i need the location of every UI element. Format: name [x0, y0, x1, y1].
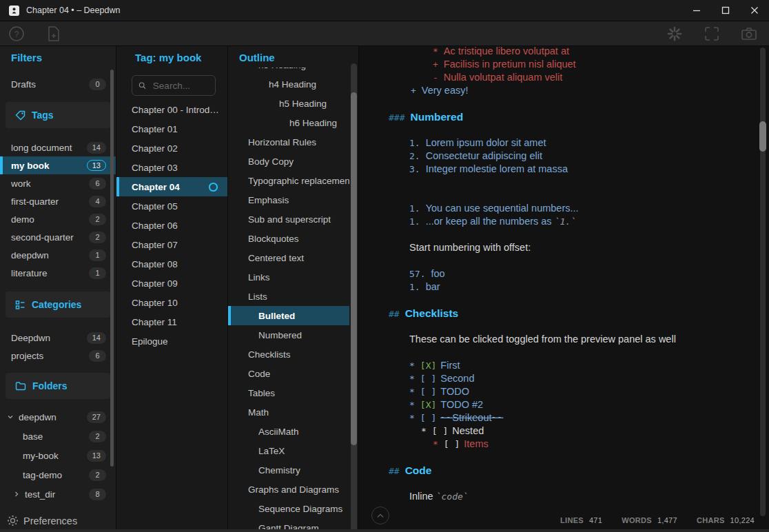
tag-item[interactable]: demo2 [0, 210, 116, 228]
section-tags[interactable]: Tags [6, 102, 110, 128]
folder-item[interactable]: test_dir8 [0, 484, 116, 504]
stat-words: WORDS1,477 [622, 516, 677, 524]
count-badge: 27 [87, 411, 106, 423]
tag-item-label: my book [11, 161, 87, 171]
focus-mode-icon[interactable] [701, 23, 722, 44]
outline-item[interactable]: Body Copy [228, 152, 349, 171]
outline-item[interactable]: Typographic replacemen [228, 171, 349, 190]
outline-item[interactable]: Blockquotes [228, 229, 349, 248]
outline-item[interactable]: Bulleted [228, 306, 349, 325]
chapter-list: Chapter 00 - Introd…Chapter 01Chapter 02… [116, 100, 228, 351]
chapter-item[interactable]: Chapter 06 [116, 216, 228, 235]
outline-item[interactable]: LaTeX [228, 441, 349, 460]
editor-line: 57.foo [359, 267, 769, 280]
outline-item[interactable]: Centered text [228, 248, 349, 267]
editor-line: *[ ]TODO [359, 385, 769, 398]
count-badge: 6 [89, 350, 106, 362]
outline-item-label: Chemistry [258, 465, 349, 475]
outline-item[interactable]: h6 Heading [228, 113, 349, 132]
editor[interactable]: *Ac tristique libero volutpat at+Facilis… [358, 46, 769, 532]
outline-item[interactable]: AsciiMath [228, 422, 349, 441]
folder-item-label: tag-demo [23, 470, 89, 480]
close-button[interactable] [740, 0, 769, 21]
category-item[interactable]: projects6 [0, 347, 116, 365]
tag-item[interactable]: my book13 [0, 156, 116, 174]
tag-item[interactable]: literature1 [0, 264, 116, 282]
outline-item[interactable]: Tables [228, 383, 349, 402]
outline-item-label: Numbered [258, 330, 349, 340]
outline-item[interactable]: Lists [228, 287, 349, 306]
chapter-item[interactable]: Chapter 10 [116, 293, 228, 312]
minimize-button[interactable] [682, 0, 711, 21]
scroll-to-top-button[interactable] [371, 507, 389, 524]
tag-item[interactable]: work6 [0, 174, 116, 192]
camera-icon[interactable] [739, 23, 759, 44]
search-input[interactable] [152, 80, 209, 92]
chapter-item[interactable]: Chapter 11 [116, 312, 228, 331]
tag-item-label: first-quarter [11, 196, 89, 207]
chevron-right-icon[interactable] [13, 491, 23, 498]
count-badge: 2 [89, 431, 106, 442]
help-icon[interactable]: ? [6, 23, 27, 44]
outline-item-label: Emphasis [248, 195, 349, 205]
chapter-item[interactable]: Chapter 02 [116, 139, 228, 158]
chapter-item[interactable]: Chapter 09 [116, 274, 228, 293]
folder-item[interactable]: tag-demo2 [0, 465, 116, 484]
outline-item[interactable]: h5 Heading [228, 94, 349, 113]
outline-item[interactable]: Sequence Diagrams [228, 499, 349, 518]
outline-item[interactable]: Graphs and Diagrams [228, 480, 349, 499]
section-categories[interactable]: Categories [6, 291, 110, 318]
window-title: Chapter 04 • – Deepdwn [26, 6, 120, 15]
chapter-item[interactable]: Chapter 03 [116, 158, 228, 177]
editor-line [359, 320, 769, 333]
outline-item[interactable]: Links [228, 267, 349, 287]
outline-item[interactable]: Horizontal Rules [228, 132, 349, 152]
outline-item[interactable]: Emphasis [228, 190, 349, 209]
chapter-item-label: Chapter 00 - Introd… [132, 105, 218, 115]
editor-line [359, 451, 769, 464]
outline-item[interactable]: Sub and superscript [228, 209, 349, 229]
folder-item[interactable]: deepdwn27 [0, 407, 116, 427]
tag-item[interactable]: second-quarter2 [0, 228, 116, 246]
editor-line: Inline `code` [359, 490, 769, 503]
category-item[interactable]: Deepdwn14 [0, 329, 116, 347]
outline-item-label: Graphs and Diagrams [248, 484, 349, 495]
tag-item[interactable]: deepdwn1 [0, 246, 116, 264]
chapter-item-label: Chapter 01 [132, 124, 218, 134]
outline-scrollbar-thumb[interactable] [351, 92, 357, 445]
categories-header: Categories [32, 299, 81, 310]
tag-item[interactable]: first-quarter4 [0, 192, 116, 210]
chapter-item[interactable]: Chapter 08 [116, 254, 228, 274]
folder-item[interactable]: base2 [0, 427, 116, 446]
section-folders[interactable]: Folders [6, 373, 110, 399]
outline-item[interactable]: Numbered [228, 325, 349, 345]
outline-item[interactable]: Code [228, 364, 349, 383]
chapter-item[interactable]: Chapter 04 [116, 177, 228, 196]
chevron-down-icon[interactable] [7, 413, 17, 420]
outline-item-label: h5 Heading [279, 99, 349, 109]
titlebar: Chapter 04 • – Deepdwn [0, 0, 769, 21]
folder-item[interactable]: my-book13 [0, 446, 116, 465]
editor-line: 1....or keep all the numbers as `1.` [359, 215, 769, 228]
sidebar-scrollbar-thumb[interactable] [110, 70, 114, 467]
outline-item-label: Math [248, 407, 349, 418]
filter-drafts[interactable]: Drafts 0 [0, 75, 116, 93]
tag-item[interactable]: long document14 [0, 139, 116, 156]
chapter-item[interactable]: Chapter 00 - Introd… [116, 100, 228, 119]
chapter-item[interactable]: Chapter 07 [116, 235, 228, 254]
outline-item[interactable]: Checklists [228, 345, 349, 364]
outline-item[interactable]: Chemistry [228, 460, 349, 480]
new-file-icon[interactable] [43, 23, 64, 44]
editor-scrollbar-thumb[interactable] [759, 121, 766, 152]
chapter-item[interactable]: Epilogue [116, 331, 228, 351]
chapter-item-label: Chapter 07 [132, 240, 218, 250]
outline-item[interactable]: h4 Heading [228, 74, 349, 94]
editor-line: Start numbering with offset: [359, 241, 769, 254]
preferences-button[interactable]: Preferences [7, 515, 77, 526]
outline-item[interactable]: Math [228, 402, 349, 422]
flower-icon[interactable] [664, 23, 685, 44]
chapter-item[interactable]: Chapter 01 [116, 119, 228, 139]
chapter-item[interactable]: Chapter 05 [116, 196, 228, 216]
maximize-button[interactable] [711, 0, 740, 21]
count-badge: 8 [89, 489, 106, 500]
